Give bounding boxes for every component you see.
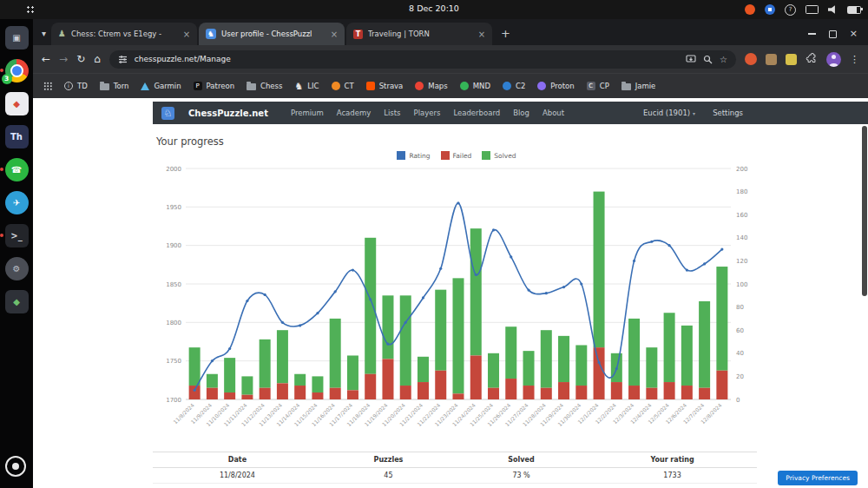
tab-title: Chess: Ctrem vs E1egy - bbox=[71, 30, 178, 38]
page-title: Your progress bbox=[156, 135, 760, 148]
legend-solved[interactable]: Solved bbox=[482, 151, 516, 160]
help-icon[interactable]: ? bbox=[785, 4, 796, 16]
tray-blue-icon[interactable] bbox=[765, 4, 775, 15]
legend-failed[interactable]: Failed bbox=[441, 151, 472, 160]
forward-icon[interactable]: → bbox=[59, 53, 68, 65]
reload-icon[interactable]: ↻ bbox=[76, 53, 85, 65]
bookmark-label: C2 bbox=[516, 82, 525, 90]
address-bar[interactable]: chesspuzzle.net/Manage ☆ bbox=[109, 50, 736, 69]
table-row: 11/8/20244573 %1733 bbox=[153, 468, 757, 484]
browser-menu-icon[interactable]: ⋮ bbox=[850, 54, 859, 65]
battery-icon[interactable] bbox=[847, 6, 861, 14]
bookmark-star-icon[interactable]: ☆ bbox=[720, 55, 727, 64]
info-icon: i bbox=[64, 82, 73, 90]
chrome-browser[interactable]: 3 bbox=[5, 59, 29, 82]
software-center-app[interactable]: ◆ bbox=[5, 290, 29, 313]
svg-text:100: 100 bbox=[736, 281, 747, 288]
extension-app[interactable]: ◆ bbox=[5, 92, 29, 115]
bookmark-chess[interactable]: Chess bbox=[247, 82, 282, 90]
page-scrollbar[interactable] bbox=[862, 98, 867, 488]
back-icon[interactable]: ← bbox=[42, 53, 50, 65]
keyboard-icon[interactable] bbox=[806, 5, 819, 14]
volume-icon[interactable] bbox=[828, 5, 838, 15]
user-menu[interactable]: Eucid (1901)▾ bbox=[643, 109, 695, 117]
browser-tab[interactable]: ♟Chess: Ctrem vs E1egy -× bbox=[51, 23, 197, 45]
tab-close-icon[interactable]: × bbox=[478, 30, 485, 39]
nav-item-leaderboard[interactable]: Leaderboard bbox=[453, 109, 500, 117]
svg-text:120: 120 bbox=[736, 258, 747, 265]
bookmark-lic[interactable]: ♞LIC bbox=[294, 81, 319, 92]
ddg-extension-icon[interactable] bbox=[745, 53, 757, 65]
bookmark-cp[interactable]: CCP bbox=[587, 82, 609, 90]
thunderbird-app-icon: Th bbox=[5, 125, 29, 148]
show-apps[interactable] bbox=[5, 456, 29, 479]
bookmark-label: Chess bbox=[260, 82, 282, 90]
browser-tab[interactable]: ♞User profile - ChessPuzzl× bbox=[199, 23, 345, 45]
bookmark-patreon[interactable]: PPatreon bbox=[194, 82, 234, 90]
maximize-button[interactable] bbox=[829, 30, 837, 38]
new-tab-button[interactable]: + bbox=[501, 27, 510, 40]
site-nav: PremiumAcademyListsPlayersLeaderboardBlo… bbox=[291, 109, 564, 117]
close-window-button[interactable]: × bbox=[850, 30, 858, 38]
bookmark-jamie[interactable]: Jamie bbox=[621, 82, 656, 90]
bookmark-mnd[interactable]: MND bbox=[460, 82, 490, 90]
extension-a-icon[interactable] bbox=[766, 54, 777, 65]
nav-item-blog[interactable]: Blog bbox=[513, 109, 529, 117]
whatsapp-app[interactable]: ☎ bbox=[5, 158, 29, 181]
tab-strip: ▾ ♟Chess: Ctrem vs E1egy -×♞User profile… bbox=[33, 19, 868, 45]
terminal-app[interactable]: >_ bbox=[5, 224, 29, 247]
bookmark-label: Jamie bbox=[635, 82, 656, 90]
nav-item-academy[interactable]: Academy bbox=[337, 109, 371, 117]
site-logo-icon[interactable]: ♘ bbox=[161, 107, 174, 120]
zoom-icon[interactable] bbox=[703, 55, 713, 64]
bookmark-label: CP bbox=[600, 82, 609, 90]
telegram-app[interactable]: ✈ bbox=[5, 191, 29, 214]
screenshot-tool-app[interactable]: ▣ bbox=[5, 26, 29, 49]
bookmark-maps[interactable]: Maps bbox=[415, 82, 447, 90]
nav-settings[interactable]: Settings bbox=[713, 109, 743, 117]
svg-text:60: 60 bbox=[736, 327, 744, 334]
page-viewport: ♘ ChessPuzzle.net PremiumAcademyListsPla… bbox=[33, 98, 868, 488]
svg-text:140: 140 bbox=[736, 234, 747, 241]
patreon-icon: P bbox=[194, 82, 202, 90]
privacy-preferences-button[interactable]: Privacy Preferences bbox=[778, 471, 858, 485]
bookmark-label: Strava bbox=[379, 82, 404, 90]
tab-title: User profile - ChessPuzzl bbox=[221, 30, 326, 38]
bookmark-strava[interactable]: Strava bbox=[366, 82, 404, 90]
nav-item-players[interactable]: Players bbox=[414, 109, 441, 117]
bookmark-td[interactable]: iTD bbox=[64, 82, 88, 90]
minimize-button[interactable] bbox=[808, 33, 816, 35]
tab-search-icon[interactable]: ▾ bbox=[42, 29, 46, 38]
bookmark-c2[interactable]: C2 bbox=[503, 82, 525, 90]
tabs: ♟Chess: Ctrem vs E1egy -×♞User profile -… bbox=[51, 23, 494, 45]
url-text[interactable]: chesspuzzle.net/Manage bbox=[135, 55, 679, 63]
apps-grid-icon[interactable] bbox=[43, 82, 52, 90]
thunderbird-app[interactable]: Th bbox=[5, 125, 29, 148]
bookmark-proton[interactable]: Proton bbox=[537, 82, 574, 90]
system-clock[interactable]: 8 Dec 20:10 bbox=[409, 3, 459, 13]
scrollbar-thumb[interactable] bbox=[862, 126, 867, 296]
tray-orange-icon[interactable] bbox=[745, 4, 755, 15]
profile-avatar[interactable] bbox=[826, 52, 841, 67]
activities-indicator[interactable] bbox=[26, 5, 35, 14]
nav-item-premium[interactable]: Premium bbox=[291, 109, 324, 117]
bookmark-garmin[interactable]: Garmin bbox=[141, 82, 181, 90]
svg-text:1800: 1800 bbox=[166, 320, 181, 326]
svg-text:0: 0 bbox=[736, 397, 740, 404]
install-icon[interactable] bbox=[686, 55, 696, 64]
legend-rating[interactable]: Rating bbox=[397, 151, 430, 160]
home-icon[interactable]: ⌂ bbox=[94, 53, 101, 65]
extensions-puzzle-icon[interactable] bbox=[806, 53, 818, 65]
bookmark-torn[interactable]: Torn bbox=[100, 82, 129, 90]
settings-app[interactable]: ⚙ bbox=[5, 257, 29, 280]
bookmark-ct[interactable]: CT bbox=[332, 82, 354, 90]
tab-close-icon[interactable]: × bbox=[331, 30, 338, 39]
site-settings-icon[interactable] bbox=[118, 55, 128, 64]
extension-b-icon[interactable] bbox=[786, 54, 797, 65]
browser-tab[interactable]: TTraveling | TORN× bbox=[346, 23, 492, 45]
nav-item-lists[interactable]: Lists bbox=[384, 109, 400, 117]
bookmark-label: TD bbox=[77, 82, 88, 90]
tab-close-icon[interactable]: × bbox=[183, 30, 190, 39]
site-brand[interactable]: ChessPuzzle.net bbox=[188, 109, 268, 118]
nav-item-about[interactable]: About bbox=[542, 109, 564, 117]
